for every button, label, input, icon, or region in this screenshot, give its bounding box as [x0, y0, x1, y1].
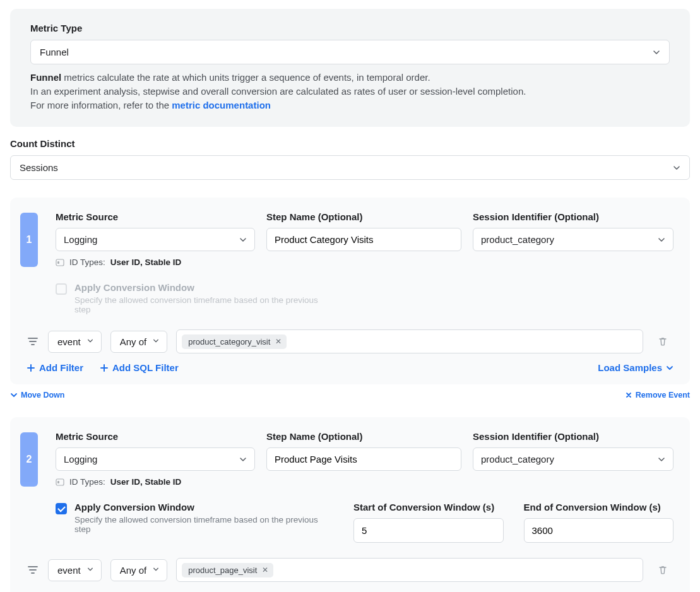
- count-distinct-select[interactable]: Sessions: [10, 155, 690, 180]
- session-identifier-label: Session Identifier (Optional): [473, 211, 673, 222]
- chevron-down-icon: [153, 566, 160, 574]
- add-filter-button[interactable]: Add Filter: [27, 362, 83, 373]
- load-samples-label: Load Samples: [598, 362, 662, 373]
- filter-values-input[interactable]: product_category_visit ✕: [176, 329, 643, 353]
- conv-end-label: End of Conversion Window (s): [524, 502, 674, 512]
- session-identifier-select[interactable]: product_category: [473, 447, 673, 471]
- step-1-badge: 1: [20, 213, 38, 267]
- metric-documentation-link[interactable]: metric documentation: [172, 100, 271, 110]
- chip-remove-icon[interactable]: ✕: [262, 565, 268, 574]
- id-types-value: User ID, Stable ID: [110, 477, 182, 487]
- chip-remove-icon[interactable]: ✕: [275, 337, 282, 346]
- metric-type-label: Metric Type: [30, 23, 670, 33]
- load-samples-button[interactable]: Load Samples: [598, 362, 673, 373]
- metric-source-select[interactable]: Logging: [56, 228, 255, 251]
- session-identifier-label: Session Identifier (Optional): [473, 431, 673, 442]
- step-actions-row: Add Filter Add SQL Filter Load Samples: [27, 362, 673, 373]
- filter-chip-label: product_category_visit: [188, 337, 270, 346]
- apply-conversion-window-sub: Specify the allowed conversion timeframe…: [74, 515, 333, 534]
- metric-type-select[interactable]: Funnel: [30, 40, 670, 64]
- filter-chip-label: product_page_visit: [188, 565, 257, 575]
- id-types-prefix: ID Types:: [69, 258, 105, 267]
- step-name-label: Step Name (Optional): [266, 431, 461, 442]
- help-line-2: In an experiment analysis, stepwise and …: [30, 86, 526, 97]
- apply-conversion-window-checkbox[interactable]: [56, 283, 67, 295]
- step-name-label: Step Name (Optional): [266, 211, 461, 222]
- apply-conversion-window-label: Apply Conversion Window: [74, 282, 333, 293]
- chevron-down-icon: [87, 338, 95, 345]
- filter-field-value: event: [57, 336, 81, 347]
- metric-type-card: Metric Type Funnel Funnel metrics calcul…: [10, 9, 690, 127]
- id-types-icon: [56, 258, 64, 267]
- help-bold: Funnel: [30, 72, 61, 83]
- metric-source-label: Metric Source: [56, 431, 255, 442]
- filter-op-value: Any of: [120, 336, 147, 347]
- metric-source-select[interactable]: Logging: [56, 447, 255, 471]
- filter-op-select[interactable]: Any of: [110, 559, 168, 581]
- delete-filter-button[interactable]: [652, 559, 673, 581]
- svg-rect-3: [57, 481, 59, 483]
- chevron-down-icon: [658, 456, 665, 463]
- filter-icon: [27, 564, 39, 576]
- apply-conversion-window-checkbox[interactable]: [56, 503, 67, 514]
- conversion-window-row: Apply Conversion Window Specify the allo…: [56, 502, 673, 543]
- funnel-step-2: 2 Metric Source Logging Step Name (Optio…: [10, 417, 690, 592]
- step-2-badge: 2: [20, 432, 38, 487]
- id-types-prefix: ID Types:: [69, 477, 105, 487]
- count-distinct-section: Count Distinct Sessions: [10, 138, 690, 180]
- chevron-down-icon: [673, 164, 680, 172]
- add-filter-label: Add Filter: [39, 362, 83, 373]
- add-sql-filter-label: Add SQL Filter: [112, 362, 179, 373]
- filter-field-select[interactable]: event: [48, 559, 102, 581]
- filter-op-select[interactable]: Any of: [110, 331, 168, 353]
- metric-source-value: Logging: [64, 234, 97, 245]
- conv-start-label: Start of Conversion Window (s): [353, 502, 504, 512]
- filter-row: event Any of product_page_visit ✕: [27, 558, 673, 582]
- chevron-down-icon: [87, 566, 95, 574]
- metric-type-value: Funnel: [40, 47, 69, 57]
- filter-field-value: event: [57, 565, 81, 576]
- svg-rect-0: [56, 259, 64, 266]
- filter-field-select[interactable]: event: [48, 331, 102, 353]
- id-types-row: ID Types: User ID, Stable ID: [56, 477, 673, 487]
- filter-op-value: Any of: [120, 565, 147, 576]
- move-down-label: Move Down: [21, 391, 64, 400]
- move-down-button[interactable]: Move Down: [10, 391, 64, 400]
- id-types-icon: [56, 478, 64, 487]
- id-types-row: ID Types: User ID, Stable ID: [56, 258, 673, 267]
- filter-chip: product_page_visit ✕: [182, 563, 273, 577]
- session-identifier-value: product_category: [481, 234, 554, 245]
- step-name-input[interactable]: [266, 447, 461, 471]
- filter-row: event Any of product_category_visit ✕: [27, 329, 673, 353]
- apply-conversion-window-label: Apply Conversion Window: [74, 502, 333, 512]
- conversion-window-row: Apply Conversion Window Specify the allo…: [56, 282, 673, 314]
- help-line-1: metrics calculate the rate at which unit…: [61, 72, 430, 83]
- count-distinct-label: Count Distinct: [10, 138, 690, 149]
- id-types-value: User ID, Stable ID: [110, 258, 182, 267]
- chevron-down-icon: [653, 49, 660, 56]
- metric-type-help: Funnel metrics calculate the rate at whi…: [30, 71, 670, 112]
- filter-chip: product_category_visit ✕: [182, 334, 287, 349]
- chevron-down-icon: [239, 236, 247, 244]
- remove-event-label: Remove Event: [636, 391, 690, 400]
- session-identifier-value: product_category: [481, 454, 554, 465]
- filter-icon: [27, 335, 39, 348]
- chevron-down-icon: [239, 456, 247, 463]
- count-distinct-value: Sessions: [20, 162, 58, 173]
- metric-source-value: Logging: [64, 454, 97, 465]
- apply-conversion-window-sub: Specify the allowed conversion timeframe…: [74, 295, 333, 314]
- add-sql-filter-button[interactable]: Add SQL Filter: [100, 362, 179, 373]
- metric-source-label: Metric Source: [56, 211, 255, 222]
- funnel-step-1: 1 Metric Source Logging Step Name (Optio…: [10, 198, 690, 384]
- filter-values-input[interactable]: product_page_visit ✕: [176, 558, 643, 582]
- remove-event-button[interactable]: Remove Event: [625, 391, 690, 400]
- chevron-down-icon: [153, 338, 160, 345]
- svg-rect-1: [57, 261, 59, 264]
- conv-end-input[interactable]: [524, 518, 674, 543]
- help-line-3-prefix: For more information, refer to the: [30, 100, 172, 110]
- svg-rect-2: [56, 479, 64, 485]
- session-identifier-select[interactable]: product_category: [473, 228, 673, 251]
- conv-start-input[interactable]: [353, 518, 504, 543]
- delete-filter-button[interactable]: [652, 331, 673, 352]
- step-name-input[interactable]: [266, 228, 461, 251]
